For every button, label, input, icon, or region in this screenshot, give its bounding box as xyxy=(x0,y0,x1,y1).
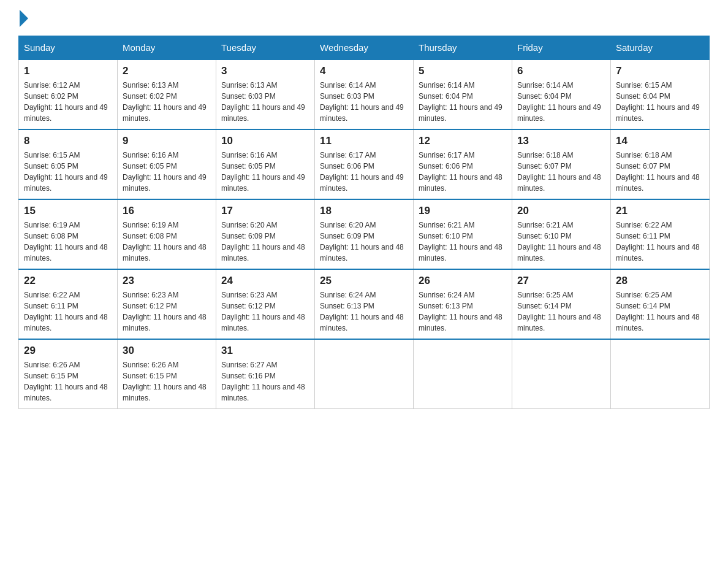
day-info: Sunrise: 6:13 AMSunset: 6:03 PMDaylight:… xyxy=(221,80,309,124)
calendar-cell: 31Sunrise: 6:27 AMSunset: 6:16 PMDayligh… xyxy=(216,339,315,409)
calendar-cell: 9Sunrise: 6:16 AMSunset: 6:05 PMDaylight… xyxy=(118,129,216,199)
day-info: Sunrise: 6:26 AMSunset: 6:15 PMDaylight:… xyxy=(123,359,211,404)
calendar-cell: 13Sunrise: 6:18 AMSunset: 6:07 PMDayligh… xyxy=(512,129,611,199)
calendar-cell: 7Sunrise: 6:15 AMSunset: 6:04 PMDaylight… xyxy=(611,59,710,129)
calendar-cell: 21Sunrise: 6:22 AMSunset: 6:11 PMDayligh… xyxy=(611,199,710,269)
day-info: Sunrise: 6:12 AMSunset: 6:02 PMDaylight:… xyxy=(24,80,112,124)
calendar-cell: 11Sunrise: 6:17 AMSunset: 6:06 PMDayligh… xyxy=(315,129,414,199)
day-number: 27 xyxy=(517,275,605,287)
day-info: Sunrise: 6:13 AMSunset: 6:02 PMDaylight:… xyxy=(123,80,211,124)
calendar-cell: 28Sunrise: 6:25 AMSunset: 6:14 PMDayligh… xyxy=(611,269,710,339)
logo-arrow-icon xyxy=(20,10,28,27)
calendar-cell xyxy=(512,339,611,409)
day-info: Sunrise: 6:20 AMSunset: 6:09 PMDaylight:… xyxy=(320,220,408,264)
day-number: 2 xyxy=(123,65,211,77)
calendar-cell: 5Sunrise: 6:14 AMSunset: 6:04 PMDaylight… xyxy=(414,59,512,129)
day-info: Sunrise: 6:18 AMSunset: 6:07 PMDaylight:… xyxy=(616,150,704,194)
day-info: Sunrise: 6:22 AMSunset: 6:11 PMDaylight:… xyxy=(24,289,112,334)
day-number: 11 xyxy=(320,135,408,147)
calendar-cell: 14Sunrise: 6:18 AMSunset: 6:07 PMDayligh… xyxy=(611,129,710,199)
calendar-cell: 29Sunrise: 6:26 AMSunset: 6:15 PMDayligh… xyxy=(19,339,118,409)
calendar-cell: 12Sunrise: 6:17 AMSunset: 6:06 PMDayligh… xyxy=(414,129,512,199)
day-info: Sunrise: 6:26 AMSunset: 6:15 PMDaylight:… xyxy=(24,359,112,404)
calendar-cell: 23Sunrise: 6:23 AMSunset: 6:12 PMDayligh… xyxy=(118,269,216,339)
calendar-cell: 22Sunrise: 6:22 AMSunset: 6:11 PMDayligh… xyxy=(19,269,118,339)
day-number: 5 xyxy=(419,65,507,77)
day-number: 29 xyxy=(24,345,112,357)
day-info: Sunrise: 6:17 AMSunset: 6:06 PMDaylight:… xyxy=(419,150,507,194)
day-info: Sunrise: 6:18 AMSunset: 6:07 PMDaylight:… xyxy=(517,150,605,194)
weekday-header-tuesday: Tuesday xyxy=(216,36,315,60)
day-number: 9 xyxy=(123,135,211,147)
day-number: 30 xyxy=(123,345,211,357)
calendar-cell: 17Sunrise: 6:20 AMSunset: 6:09 PMDayligh… xyxy=(216,199,315,269)
calendar-cell: 24Sunrise: 6:23 AMSunset: 6:12 PMDayligh… xyxy=(216,269,315,339)
day-info: Sunrise: 6:15 AMSunset: 6:05 PMDaylight:… xyxy=(24,150,112,194)
day-info: Sunrise: 6:21 AMSunset: 6:10 PMDaylight:… xyxy=(517,220,605,264)
weekday-header-friday: Friday xyxy=(512,36,611,60)
day-number: 24 xyxy=(221,275,309,287)
day-info: Sunrise: 6:25 AMSunset: 6:14 PMDaylight:… xyxy=(517,289,605,334)
calendar-cell: 25Sunrise: 6:24 AMSunset: 6:13 PMDayligh… xyxy=(315,269,414,339)
day-number: 23 xyxy=(123,275,211,287)
day-info: Sunrise: 6:24 AMSunset: 6:13 PMDaylight:… xyxy=(320,289,408,334)
day-info: Sunrise: 6:19 AMSunset: 6:08 PMDaylight:… xyxy=(123,220,211,264)
day-number: 12 xyxy=(419,135,507,147)
day-number: 19 xyxy=(419,205,507,217)
day-number: 26 xyxy=(419,275,507,287)
day-number: 14 xyxy=(616,135,704,147)
day-info: Sunrise: 6:16 AMSunset: 6:05 PMDaylight:… xyxy=(221,150,309,194)
day-info: Sunrise: 6:25 AMSunset: 6:14 PMDaylight:… xyxy=(616,289,704,334)
day-info: Sunrise: 6:15 AMSunset: 6:04 PMDaylight:… xyxy=(616,80,704,124)
calendar-cell xyxy=(315,339,414,409)
calendar-cell: 10Sunrise: 6:16 AMSunset: 6:05 PMDayligh… xyxy=(216,129,315,199)
day-number: 25 xyxy=(320,275,408,287)
day-number: 18 xyxy=(320,205,408,217)
day-number: 28 xyxy=(616,275,704,287)
calendar-cell xyxy=(414,339,512,409)
calendar-cell: 8Sunrise: 6:15 AMSunset: 6:05 PMDaylight… xyxy=(19,129,118,199)
day-number: 1 xyxy=(24,65,112,77)
day-number: 17 xyxy=(221,205,309,217)
day-info: Sunrise: 6:27 AMSunset: 6:16 PMDaylight:… xyxy=(221,359,309,404)
day-info: Sunrise: 6:14 AMSunset: 6:04 PMDaylight:… xyxy=(419,80,507,124)
week-row-4: 22Sunrise: 6:22 AMSunset: 6:11 PMDayligh… xyxy=(19,269,710,339)
calendar-cell: 20Sunrise: 6:21 AMSunset: 6:10 PMDayligh… xyxy=(512,199,611,269)
day-number: 22 xyxy=(24,275,112,287)
week-row-2: 8Sunrise: 6:15 AMSunset: 6:05 PMDaylight… xyxy=(19,129,710,199)
calendar-cell: 2Sunrise: 6:13 AMSunset: 6:02 PMDaylight… xyxy=(118,59,216,129)
calendar-table: SundayMondayTuesdayWednesdayThursdayFrid… xyxy=(18,36,710,409)
day-info: Sunrise: 6:23 AMSunset: 6:12 PMDaylight:… xyxy=(221,289,309,334)
day-number: 20 xyxy=(517,205,605,217)
day-info: Sunrise: 6:17 AMSunset: 6:06 PMDaylight:… xyxy=(320,150,408,194)
calendar-cell: 3Sunrise: 6:13 AMSunset: 6:03 PMDaylight… xyxy=(216,59,315,129)
calendar-cell: 19Sunrise: 6:21 AMSunset: 6:10 PMDayligh… xyxy=(414,199,512,269)
weekday-header-monday: Monday xyxy=(118,36,216,60)
calendar-cell xyxy=(611,339,710,409)
week-row-3: 15Sunrise: 6:19 AMSunset: 6:08 PMDayligh… xyxy=(19,199,710,269)
day-number: 21 xyxy=(616,205,704,217)
weekday-header-thursday: Thursday xyxy=(414,36,512,60)
day-number: 7 xyxy=(616,65,704,77)
weekday-header-saturday: Saturday xyxy=(611,36,710,60)
day-info: Sunrise: 6:22 AMSunset: 6:11 PMDaylight:… xyxy=(616,220,704,264)
calendar-cell: 18Sunrise: 6:20 AMSunset: 6:09 PMDayligh… xyxy=(315,199,414,269)
day-number: 31 xyxy=(221,345,309,357)
day-number: 10 xyxy=(221,135,309,147)
calendar-cell: 15Sunrise: 6:19 AMSunset: 6:08 PMDayligh… xyxy=(19,199,118,269)
day-info: Sunrise: 6:23 AMSunset: 6:12 PMDaylight:… xyxy=(123,289,211,334)
calendar-cell: 27Sunrise: 6:25 AMSunset: 6:14 PMDayligh… xyxy=(512,269,611,339)
day-info: Sunrise: 6:20 AMSunset: 6:09 PMDaylight:… xyxy=(221,220,309,264)
day-number: 6 xyxy=(517,65,605,77)
day-number: 8 xyxy=(24,135,112,147)
calendar-cell: 1Sunrise: 6:12 AMSunset: 6:02 PMDaylight… xyxy=(19,59,118,129)
header-row: SundayMondayTuesdayWednesdayThursdayFrid… xyxy=(19,36,710,60)
day-number: 13 xyxy=(517,135,605,147)
weekday-header-sunday: Sunday xyxy=(19,36,118,60)
logo xyxy=(18,12,28,23)
calendar-cell: 30Sunrise: 6:26 AMSunset: 6:15 PMDayligh… xyxy=(118,339,216,409)
calendar-cell: 6Sunrise: 6:14 AMSunset: 6:04 PMDaylight… xyxy=(512,59,611,129)
day-info: Sunrise: 6:14 AMSunset: 6:03 PMDaylight:… xyxy=(320,80,408,124)
calendar-cell: 4Sunrise: 6:14 AMSunset: 6:03 PMDaylight… xyxy=(315,59,414,129)
day-number: 16 xyxy=(123,205,211,217)
